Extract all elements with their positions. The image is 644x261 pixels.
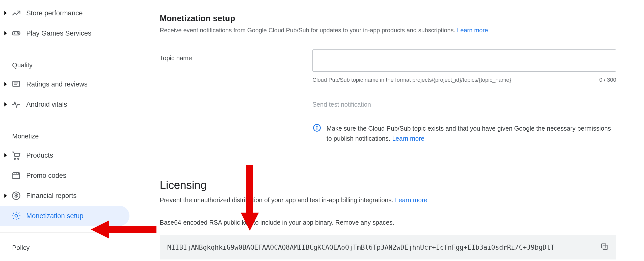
sidebar-item-ratings-and-reviews[interactable]: Ratings and reviews (0, 74, 129, 94)
svg-point-3 (17, 33, 18, 33)
gamepad-icon (9, 28, 23, 38)
sidebar-item-label: Play Games Services (26, 30, 91, 37)
chevron-right-icon (2, 101, 9, 108)
sidebar-item-label: Financial reports (26, 192, 77, 200)
copy-icon[interactable] (600, 242, 609, 252)
sidebar-item-monetization-setup[interactable]: Monetization setup (0, 206, 129, 226)
sidebar-header-monetize: Monetize (0, 124, 132, 145)
dollar-icon (9, 191, 23, 201)
rsa-key-box: MIIBIjANBgkqhkiG9w0BAQEFAAOCAQ8AMIIBCgKC… (160, 235, 616, 259)
sidebar-item-financial-reports[interactable]: Financial reports (0, 186, 129, 206)
send-test-notification-button[interactable]: Send test notification (312, 101, 616, 108)
sidebar-item-promo-codes[interactable]: Promo codes (0, 165, 129, 186)
sidebar-item-android-vitals[interactable]: Android vitals (0, 94, 129, 114)
sidebar-item-label: Monetization setup (26, 212, 84, 220)
chevron-right-icon (2, 192, 9, 199)
topic-name-label: Topic name (160, 49, 312, 62)
topic-name-counter: 0 / 300 (599, 77, 616, 83)
review-icon (9, 79, 23, 89)
licensing-heading: Licensing (160, 179, 616, 191)
topic-name-input[interactable] (312, 49, 616, 72)
divider (0, 233, 132, 233)
sidebar-item-label: Promo codes (26, 172, 66, 180)
topic-name-helper: Cloud Pub/Sub topic name in the format p… (312, 77, 511, 83)
svg-point-4 (18, 33, 19, 34)
svg-point-9 (18, 158, 19, 159)
cart-icon (9, 150, 23, 160)
rtdn-intro: Receive event notifications from Google … (160, 27, 616, 34)
rsa-key-label: Base64-encoded RSA public key to include… (160, 219, 616, 226)
divider (0, 50, 132, 50)
learn-more-link[interactable]: Learn more (392, 135, 424, 142)
chevron-right-icon (2, 30, 9, 37)
page-title: Monetization setup (160, 0, 644, 23)
store-icon (9, 170, 23, 181)
chevron-right-icon (2, 81, 9, 88)
svg-point-14 (15, 215, 17, 217)
learn-more-link[interactable]: Learn more (457, 27, 488, 34)
learn-more-link[interactable]: Learn more (395, 196, 427, 204)
sidebar-item-label: Android vitals (26, 101, 67, 108)
info-icon (312, 123, 321, 143)
chevron-right-icon (2, 152, 9, 159)
sidebar-item-store-performance[interactable]: Store performance (0, 3, 129, 23)
sidebar-item-label: Store performance (26, 9, 83, 17)
svg-point-17 (317, 126, 317, 127)
sidebar-header-policy: Policy (0, 235, 132, 257)
main-content: Monetization setup Receive event notific… (132, 0, 644, 261)
sidebar-item-play-games-services[interactable]: Play Games Services (0, 23, 129, 43)
svg-rect-19 (602, 244, 606, 248)
sidebar-item-label: Ratings and reviews (26, 80, 88, 88)
sidebar-item-label: Products (26, 152, 53, 159)
svg-rect-18 (603, 245, 607, 249)
info-text: Make sure the Cloud Pub/Sub topic exists… (327, 123, 616, 143)
sidebar: Store performance Play Games Services Qu… (0, 0, 132, 261)
svg-point-8 (14, 158, 16, 159)
sidebar-header-quality: Quality (0, 53, 132, 74)
licensing-intro: Prevent the unauthorized distribution of… (160, 196, 616, 204)
divider (0, 121, 132, 121)
svg-rect-5 (13, 81, 20, 86)
rsa-key-value: MIIBIjANBgkqhkiG9w0BAQEFAAOCAQ8AMIIBCgKC… (167, 244, 554, 251)
trend-icon (9, 8, 23, 18)
chevron-right-icon (2, 10, 9, 17)
vitals-icon (9, 99, 23, 109)
sidebar-item-products[interactable]: Products (0, 145, 129, 165)
gear-icon (9, 211, 23, 221)
